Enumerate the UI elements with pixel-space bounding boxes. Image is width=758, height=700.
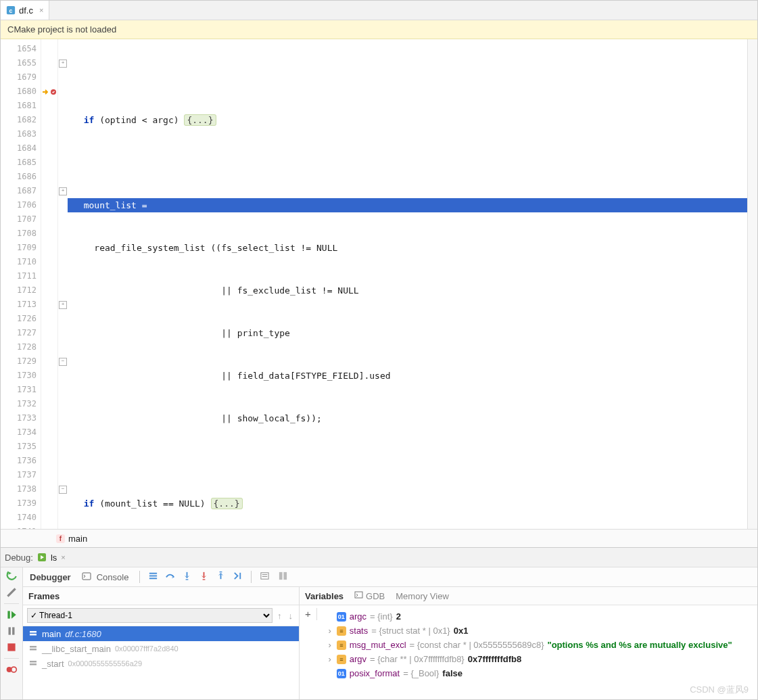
step-into-button[interactable] <box>182 571 192 583</box>
code-line[interactable] <box>68 70 747 85</box>
variable-row[interactable]: ›≡ argv = {char ** | 0x7fffffffdfb8} 0x7… <box>323 652 752 666</box>
fold-gutter[interactable]: + + + − − <box>58 39 68 529</box>
fold-marker-icon[interactable]: + <box>59 187 67 195</box>
variables-tab[interactable]: Variables <box>305 586 344 605</box>
expand-icon[interactable]: › <box>327 654 333 664</box>
line-number[interactable]: 1739 <box>1 496 41 511</box>
line-number[interactable]: 1736 <box>1 454 41 468</box>
line-number[interactable]: 1729 <box>1 354 41 369</box>
rerun-button[interactable] <box>5 570 18 582</box>
line-number[interactable]: 1685 <box>1 156 41 170</box>
line-number[interactable]: 1710 <box>1 255 41 269</box>
line-number[interactable]: 1706 <box>1 198 41 212</box>
stop-button[interactable] <box>5 641 18 653</box>
line-number[interactable]: 1737 <box>1 468 41 482</box>
evaluate-button[interactable] <box>260 571 270 583</box>
line-number[interactable]: 1735 <box>1 440 41 454</box>
show-exec-point-button[interactable] <box>148 571 158 583</box>
code-line[interactable]: || show_local_fs)); <box>68 411 747 425</box>
debug-tool-window-header[interactable]: Debug: ls × <box>1 547 757 567</box>
structure-breadcrumb[interactable]: f main <box>1 529 757 547</box>
line-number[interactable]: 1711 <box>1 269 41 283</box>
mute-breakpoints-button[interactable] <box>5 663 18 676</box>
code-editor[interactable]: 1654165516791680168116821683168416851686… <box>1 39 757 529</box>
expand-icon[interactable]: › <box>327 640 333 650</box>
line-number[interactable]: 1654 <box>1 42 41 56</box>
close-icon[interactable]: × <box>39 6 43 14</box>
line-number[interactable]: 1731 <box>1 383 41 397</box>
line-number[interactable]: 1734 <box>1 425 41 440</box>
line-number[interactable]: 1679 <box>1 70 41 85</box>
close-icon[interactable]: × <box>61 553 65 561</box>
stack-frame[interactable]: main df.c:1680 <box>23 626 299 641</box>
line-number[interactable]: 1683 <box>1 127 41 141</box>
breakpoint-gutter[interactable] <box>41 39 58 529</box>
settings-button[interactable] <box>5 586 18 599</box>
next-frame-button[interactable]: ↓ <box>287 611 295 621</box>
add-watch-button[interactable]: + <box>305 608 311 620</box>
line-number[interactable]: 1655 <box>1 56 41 70</box>
thread-selector[interactable]: ✓ Thread-1 <box>27 608 273 623</box>
fold-marker-icon[interactable]: + <box>59 301 67 309</box>
frames-tab[interactable]: Frames <box>28 586 60 605</box>
run-to-cursor-button[interactable] <box>233 571 243 583</box>
line-number[interactable]: 1732 <box>1 397 41 411</box>
code-line[interactable]: || fs_exclude_list != NULL <box>68 283 747 298</box>
stack-frame[interactable]: _start 0x0000555555556a29 <box>23 656 299 671</box>
folded-region[interactable]: {...} <box>184 114 216 126</box>
editor-tab-active[interactable]: c df.c × <box>1 1 49 20</box>
editor-scrollbar[interactable] <box>747 39 757 529</box>
folded-region[interactable]: {...} <box>211 498 243 509</box>
cmake-warning-banner[interactable]: CMake project is not loaded <box>1 20 757 39</box>
line-number[interactable]: 1728 <box>1 340 41 354</box>
line-number[interactable]: 1726 <box>1 312 41 326</box>
line-number[interactable]: 1686 <box>1 170 41 184</box>
fold-marker-icon[interactable]: − <box>59 358 67 366</box>
line-number[interactable]: 1684 <box>1 141 41 156</box>
resume-button[interactable] <box>5 609 18 621</box>
line-number[interactable]: 1733 <box>1 411 41 425</box>
stack-frame[interactable]: __libc_start_main 0x00007fff7a2d840 <box>23 641 299 656</box>
line-number[interactable]: 1738 <box>1 482 41 496</box>
frames-list[interactable]: main df.c:1680__libc_start_main 0x00007f… <box>23 626 299 699</box>
layout-button[interactable] <box>278 571 288 583</box>
fold-marker-icon[interactable]: − <box>59 486 67 494</box>
line-number[interactable]: 1730 <box>1 369 41 383</box>
expand-icon[interactable]: › <box>327 626 333 636</box>
line-number[interactable]: 1712 <box>1 283 41 298</box>
code-line[interactable]: read_file_system_list ((fs_select_list !… <box>68 241 747 255</box>
gdb-tab[interactable]: GDB <box>354 586 385 605</box>
console-tab[interactable]: Console <box>82 570 132 584</box>
line-number[interactable]: 1709 <box>1 241 41 255</box>
variable-row[interactable]: ›≡ msg_mut_excl = {const char * | 0x5555… <box>323 638 752 652</box>
line-number[interactable]: 1682 <box>1 113 41 127</box>
execution-marker[interactable] <box>41 85 57 99</box>
code-line[interactable]: || print_type <box>68 326 747 340</box>
code-line[interactable] <box>68 454 747 468</box>
line-number[interactable]: 1681 <box>1 99 41 113</box>
memory-view-tab[interactable]: Memory View <box>396 586 449 605</box>
force-step-into-button[interactable] <box>199 571 209 583</box>
variables-list[interactable]: 01 argc = {int} 2›≡ stats = {struct stat… <box>323 608 752 680</box>
fold-marker-icon[interactable]: + <box>59 60 67 68</box>
line-number[interactable]: 1713 <box>1 298 41 312</box>
line-number[interactable]: 1740 <box>1 511 41 525</box>
step-out-button[interactable] <box>216 571 226 583</box>
line-number[interactable]: 1687 <box>1 184 41 198</box>
line-number[interactable]: 1708 <box>1 227 41 241</box>
code-area[interactable]: if (optind < argc) {...} mount_list = re… <box>68 39 747 529</box>
code-line[interactable] <box>68 156 747 170</box>
variable-row[interactable]: 01 posix_format = {_Bool} false <box>323 666 752 680</box>
line-number[interactable]: 1727 <box>1 326 41 340</box>
breadcrumb-function-name[interactable]: main <box>68 534 87 544</box>
debug-config-name[interactable]: ls <box>51 553 57 563</box>
code-line-current[interactable]: mount_list = <box>68 198 747 212</box>
code-line[interactable]: || field_data[FSTYPE_FIELD].used <box>68 369 747 383</box>
prev-frame-button[interactable]: ↑ <box>275 611 284 621</box>
pause-button[interactable] <box>5 625 18 637</box>
code-line[interactable]: if (mount_list == NULL) {...} <box>68 496 747 511</box>
line-number-gutter[interactable]: 1654165516791680168116821683168416851686… <box>1 39 41 529</box>
line-number[interactable]: 1707 <box>1 212 41 227</box>
variable-row[interactable]: ›≡ stats = {struct stat * | 0x1} 0x1 <box>323 624 752 638</box>
line-number[interactable]: 1680 <box>1 85 41 99</box>
